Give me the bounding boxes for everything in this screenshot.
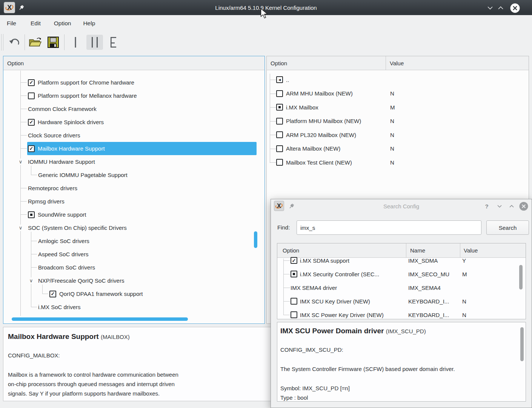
checkbox-icon[interactable] <box>276 131 283 138</box>
expander-icon[interactable]: ∨ <box>17 225 24 231</box>
help-type-line: Type : bool <box>280 393 526 402</box>
list-header[interactable]: Option Value <box>267 56 529 70</box>
tree-item[interactable]: ∨ Aspeed SoC drivers <box>4 248 264 261</box>
result-row[interactable]: IMX SEMA4 driver IMX_SEMA4 <box>277 281 526 294</box>
horizontal-scrollbar[interactable] <box>12 317 188 321</box>
single-view-button[interactable] <box>68 35 83 50</box>
chevron-up-icon[interactable] <box>496 3 506 13</box>
tree-item[interactable]: ∨ Amlogic SoC drivers <box>4 234 264 248</box>
tree-item[interactable]: ∨ QorIQ DPAA1 framework support <box>4 287 264 300</box>
list-item-value: N <box>390 90 394 97</box>
close-icon[interactable] <box>510 3 520 13</box>
back-icon[interactable] <box>276 76 283 83</box>
list-item[interactable]: Platform MHU Mailbox (NEW) N <box>267 114 528 128</box>
expander-icon[interactable]: ∨ <box>17 159 24 165</box>
result-row[interactable]: i.MX Security Controller (SEC... IMX_SEC… <box>277 267 526 281</box>
help-icon[interactable]: ? <box>482 202 491 211</box>
checkbox-icon[interactable] <box>28 79 35 86</box>
open-button[interactable] <box>28 35 42 50</box>
list-item[interactable]: Altera Mailbox (NEW) N <box>267 142 528 156</box>
list-item-label: ARM MHU Mailbox (NEW) <box>286 90 353 97</box>
vertical-scrollbar[interactable] <box>254 231 257 248</box>
full-view-button[interactable] <box>108 35 122 50</box>
list-item-label: .. <box>286 77 289 83</box>
close-icon[interactable] <box>519 202 528 211</box>
tree-item[interactable]: ∨ i.MX SoC drivers <box>4 300 264 314</box>
tree-item[interactable]: ∨ Platform support for Chrome hardware <box>4 76 264 89</box>
list-item[interactable]: ARM PL320 Mailbox (NEW) N <box>267 128 528 142</box>
list-item[interactable]: ARM MHU Mailbox (NEW) N <box>267 87 528 101</box>
toolbar-drag-handle[interactable] <box>1 34 3 51</box>
menu-edit[interactable]: Edit <box>30 18 42 29</box>
tree-item[interactable]: ∨ Platform support for Mellanox hardware <box>4 89 264 102</box>
tree-item-selected[interactable]: ∨ Mailbox Hardware Support <box>4 142 264 155</box>
checkbox-icon[interactable] <box>276 145 283 152</box>
result-row[interactable]: IMX SCU Key Driver (NEW) KEYBOARD_I... N <box>277 294 526 308</box>
search-config-dialog: Search Config X ? <box>271 199 532 408</box>
results-header-option: Option <box>277 247 299 254</box>
undo-button[interactable] <box>7 35 22 50</box>
tree-item[interactable]: ∨ Remoteproc drivers <box>4 182 264 195</box>
app-icon: X <box>274 201 284 211</box>
chevron-down-icon[interactable] <box>485 3 495 13</box>
app-icon: X <box>4 2 15 13</box>
vertical-scrollbar[interactable] <box>519 265 523 289</box>
checkbox-icon[interactable] <box>49 291 56 297</box>
tree-item[interactable]: ∨ Hardware Spinlock drivers <box>4 115 264 129</box>
chevron-up-icon[interactable] <box>507 202 516 211</box>
list-item-value: M <box>390 104 395 111</box>
result-value: Y <box>462 257 466 264</box>
chevron-down-icon[interactable] <box>495 202 504 211</box>
result-row[interactable]: IMX SC Power Key Driver (NEW) KEYBOARD_I… <box>277 308 526 319</box>
tree-item[interactable]: ∨ Common Clock Framework <box>4 102 264 115</box>
tree-item[interactable]: ∨ Rpmsg drivers <box>4 195 264 208</box>
checkbox-icon[interactable] <box>28 119 35 126</box>
tree-item-label: Mailbox Hardware Support <box>38 145 105 152</box>
tree-item[interactable]: ∨ Generic IOMMU Pagetable Support <box>4 168 264 182</box>
checkbox-icon[interactable] <box>28 92 35 99</box>
tree-item-label: QorIQ DPAA1 framework support <box>59 291 143 297</box>
menu-help[interactable]: Help <box>82 18 96 29</box>
checkbox-icon[interactable] <box>276 118 283 125</box>
list-header-value: Value <box>390 60 404 66</box>
result-row[interactable]: i.MX SDMA support IMX_SDMA Y <box>277 254 526 267</box>
vertical-scrollbar[interactable] <box>520 327 524 361</box>
checkbox-icon[interactable] <box>291 271 297 277</box>
result-value: M <box>462 271 467 277</box>
dialog-title: Search Config <box>271 203 532 209</box>
pin-icon[interactable] <box>18 5 25 11</box>
dialog-titlebar[interactable]: Search Config X ? <box>271 199 532 214</box>
tree-item[interactable]: ∨ SOC (System On Chip) specific Drivers <box>4 221 264 234</box>
tree-item-label: Platform support for Chrome hardware <box>38 79 134 86</box>
list-item[interactable]: i.MX Mailbox M <box>267 100 528 114</box>
checkbox-icon[interactable] <box>291 257 297 264</box>
checkbox-icon[interactable] <box>28 145 35 152</box>
tree-item[interactable]: ∨ SoundWire support <box>4 208 264 221</box>
checkbox-icon[interactable] <box>276 159 283 166</box>
menu-option[interactable]: Option <box>53 18 72 29</box>
list-item-value: N <box>390 159 394 166</box>
checkbox-icon[interactable] <box>291 311 297 318</box>
split-view-button[interactable] <box>86 35 103 50</box>
list-item[interactable]: .. <box>267 73 528 87</box>
tree-item[interactable]: ∨ IOMMU Hardware Support <box>4 155 264 168</box>
tree-item[interactable]: ∨ Clock Source drivers <box>4 129 264 142</box>
tree-item[interactable]: ∨ Broadcom SoC drivers <box>4 261 264 274</box>
pin-icon[interactable] <box>288 203 295 209</box>
menu-file[interactable]: File <box>6 18 17 29</box>
checkbox-icon[interactable] <box>28 211 35 218</box>
config-tree[interactable]: ∨ Platform support for Chrome hardware ∨… <box>4 71 264 323</box>
expander-icon[interactable]: ∨ <box>28 277 34 284</box>
search-button[interactable]: Search <box>486 220 529 235</box>
list-item[interactable]: Mailbox Test Client (NEW) N <box>267 156 528 169</box>
column-divider[interactable] <box>386 56 386 70</box>
checkbox-icon[interactable] <box>291 298 297 305</box>
checkbox-icon[interactable] <box>276 104 283 111</box>
tree-header[interactable]: Option <box>3 56 264 70</box>
list-header-option: Option <box>267 60 287 66</box>
list-item-label: Mailbox Test Client (NEW) <box>286 159 352 166</box>
search-input[interactable] <box>297 220 481 235</box>
save-button[interactable] <box>46 35 60 50</box>
tree-item[interactable]: ∨ NXP/Freescale QorIQ SoC drivers <box>4 274 264 287</box>
checkbox-icon[interactable] <box>276 90 283 97</box>
